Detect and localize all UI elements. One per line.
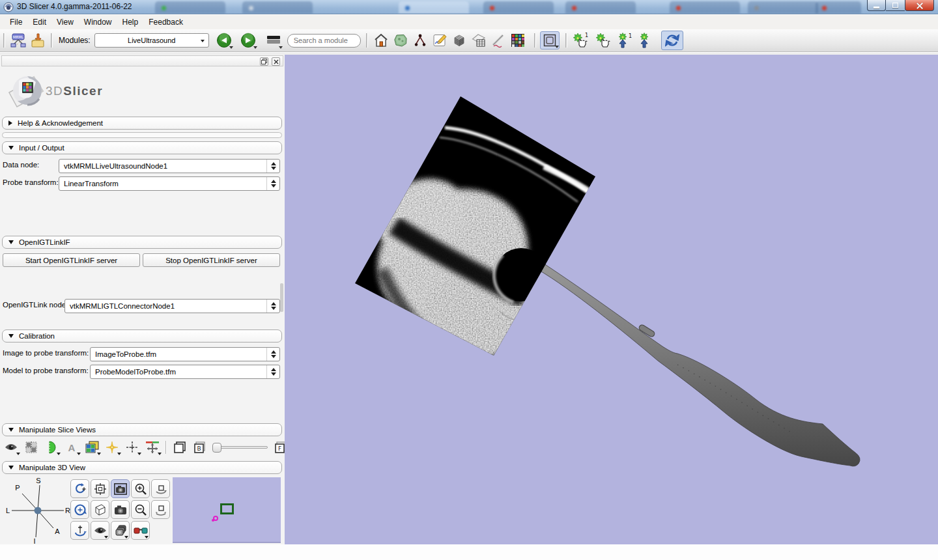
roll-view-button[interactable]	[70, 521, 89, 540]
orthographic-perspective-button[interactable]	[91, 500, 109, 519]
zoom-in-button[interactable]	[131, 479, 150, 498]
screenshot-stack-button[interactable]	[111, 521, 130, 540]
openigtlink-node-combo[interactable]: vtkMRMLIGTLConnectorNode1	[64, 299, 280, 313]
compositing-button[interactable]	[85, 440, 99, 455]
title-bar: 3D Slicer 4.0.gamma-2011-06-22	[0, 0, 938, 14]
panel-close-button[interactable]	[272, 57, 280, 66]
model-to-probe-combo[interactable]: ProbeModelToProbe.tfm	[90, 365, 280, 379]
module-search-input[interactable]	[287, 34, 361, 48]
restore-button[interactable]	[886, 0, 905, 11]
expanded-arrow-icon	[8, 466, 14, 469]
volume-rendering-button[interactable]	[450, 31, 468, 49]
toolbar-grip[interactable]	[366, 33, 368, 48]
ultrasound-image-plane[interactable]	[354, 96, 595, 382]
green-section-icon	[47, 441, 56, 454]
probe-transform-combo[interactable]: LinearTransform	[59, 176, 280, 191]
stereo-mode-button[interactable]	[131, 521, 150, 540]
menu-edit[interactable]: Edit	[27, 16, 51, 29]
load-scene-button[interactable]: MRML	[9, 31, 27, 49]
toolbar-grip[interactable]	[3, 33, 5, 48]
compare-views-button[interactable]	[173, 440, 187, 455]
transforms-module-button[interactable]	[470, 31, 488, 49]
spinner-arrows-icon[interactable]	[266, 365, 279, 378]
home-module-button[interactable]	[372, 31, 390, 49]
minimize-button[interactable]	[867, 0, 886, 11]
probe-model[interactable]	[515, 247, 860, 466]
module-back-button[interactable]	[215, 31, 233, 49]
slice-intersections-button[interactable]	[24, 440, 38, 455]
add-data-button[interactable]	[29, 31, 47, 49]
view3d-scene[interactable]	[285, 55, 938, 544]
menu-feedback[interactable]: Feedback	[143, 16, 188, 29]
mouse-rotate-mode-button[interactable]	[661, 31, 683, 50]
hand-cursor-sparkle-icon: 1	[572, 32, 589, 49]
camera-button[interactable]	[111, 500, 130, 519]
fg-bg-opacity-slider[interactable]	[213, 446, 268, 449]
panel-title-bar[interactable]	[1, 55, 283, 66]
module-history-button[interactable]	[264, 31, 283, 49]
ruler-line-icon	[490, 33, 506, 48]
spinner-arrows-icon[interactable]	[266, 300, 279, 313]
mouse-place-persistent-button[interactable]	[637, 31, 655, 49]
preview-view-rectangle[interactable]	[220, 503, 234, 514]
screenshot-button[interactable]	[111, 479, 130, 498]
section-manipulate-3d-view[interactable]: Manipulate 3D View	[2, 461, 282, 474]
stop-openigtlink-server-button[interactable]: Stop OpenIGTLinkIF server	[143, 253, 280, 267]
section-manipulate-slice-views[interactable]: Manipulate Slice Views	[2, 423, 282, 436]
data-node-combo[interactable]: vtkMRMLLiveUltrasoundNode1	[59, 159, 280, 173]
slice-visibility-button[interactable]	[4, 440, 18, 455]
close-button[interactable]	[905, 0, 934, 11]
module-forward-button[interactable]	[239, 31, 257, 49]
module-selector-combo[interactable]: LiveUltrasound	[94, 33, 209, 48]
center-view-button[interactable]	[91, 479, 109, 498]
section-openigtlinkif[interactable]: OpenIGTLinkIF	[2, 236, 282, 249]
view3d-visibility-button[interactable]	[91, 521, 109, 540]
spinner-arrows-icon[interactable]	[266, 177, 279, 190]
view3d-viewport[interactable]	[285, 55, 938, 544]
pan-tilt-button[interactable]	[151, 500, 170, 519]
toolbar-grip[interactable]	[534, 33, 536, 48]
slider-handle[interactable]	[212, 443, 221, 453]
layout-selector-button[interactable]	[540, 31, 560, 49]
section-help-acknowledgement[interactable]: Help & Acknowledgement	[2, 117, 282, 130]
chevron-down-icon	[145, 536, 149, 539]
spinner-arrows-icon[interactable]	[266, 348, 279, 361]
start-openigtlink-server-button[interactable]: Start OpenIGTLinkIF server	[3, 253, 140, 267]
lightbox-button[interactable]	[44, 440, 59, 455]
rotate-arrow-icon	[74, 483, 87, 496]
image-to-probe-combo[interactable]: ImageToProbe.tfm	[90, 347, 280, 361]
menu-help[interactable]: Help	[117, 16, 144, 29]
crosshair-button[interactable]	[125, 440, 139, 455]
background-layer-button[interactable]: B	[193, 440, 207, 455]
menu-window[interactable]: Window	[79, 16, 117, 29]
editor-module-button[interactable]	[431, 31, 449, 49]
mouse-pick-persistent-button[interactable]	[594, 31, 612, 49]
module-hierarchy-button[interactable]	[411, 31, 429, 49]
look-from-axis-button[interactable]	[70, 500, 89, 519]
toolbar-grip[interactable]	[565, 33, 567, 48]
colors-module-button[interactable]	[509, 31, 527, 49]
navigation-preview[interactable]	[173, 477, 281, 543]
orientation-axes-widget[interactable]: S P L R A I	[5, 477, 70, 544]
annotations-module-button[interactable]	[489, 31, 507, 49]
mouse-place-once-button[interactable]: 1	[616, 31, 634, 49]
menu-view[interactable]: View	[51, 16, 79, 29]
slice-annotations-button[interactable]: A	[64, 440, 79, 455]
spin-view-button[interactable]	[151, 479, 170, 498]
panel-scrollbar-thumb[interactable]	[280, 283, 283, 312]
crosshair-star-button[interactable]	[105, 440, 119, 455]
toolbar-grip[interactable]	[51, 33, 53, 48]
zoom-out-button[interactable]	[131, 500, 150, 519]
section-calibration[interactable]: Calibration	[2, 329, 282, 343]
volume-module-button[interactable]	[391, 31, 410, 49]
rotate-view-button[interactable]	[70, 479, 89, 498]
panel-float-button[interactable]	[260, 57, 268, 66]
reformat-widget-button[interactable]	[145, 440, 160, 455]
camera-icon	[114, 483, 127, 495]
mouse-pick-once-button[interactable]: 1	[571, 31, 590, 49]
section-input-output[interactable]: Input / Output	[2, 141, 282, 154]
openigtlink-node-label: OpenIGTLink node:	[3, 301, 68, 309]
model-to-probe-label: Model to probe transform:	[3, 367, 89, 374]
spinner-arrows-icon[interactable]	[266, 160, 279, 173]
menu-file[interactable]: File	[5, 16, 27, 29]
